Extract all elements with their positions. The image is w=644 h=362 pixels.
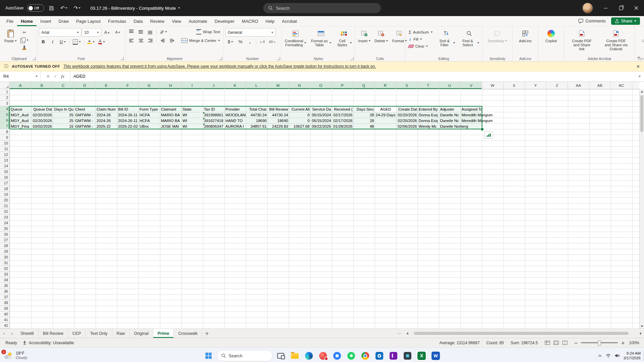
row-header-6[interactable]: 6 [0,118,9,123]
addins-button[interactable]: Add-ins [518,28,533,44]
delete-cells-button[interactable]: Delete [373,28,390,44]
quick-analysis-button[interactable] [484,131,493,139]
cell-B5[interactable]: 02/20/2026 [32,112,53,118]
column-header-O[interactable]: O [310,82,332,89]
row-header-22[interactable]: 22 [0,209,9,215]
column-header-K[interactable]: K [224,82,246,89]
ribbon-tab-file[interactable]: File [3,16,17,26]
row-header-24[interactable]: 24 [0,220,9,226]
column-header-T[interactable]: T [418,82,439,89]
new-sheet-button[interactable]: + [202,329,212,338]
borders-button[interactable] [71,38,82,45]
row-header-11[interactable]: 11 [0,146,9,152]
cell-D5[interactable]: GMTWM - [74,112,96,118]
cell-B7[interactable]: 03/02/2026 [32,124,53,129]
cell-E4[interactable]: Claim Num [96,107,117,112]
cell-K5[interactable]: WOODLAND [225,112,246,118]
align-top-button[interactable] [127,28,136,35]
zoom-in-button[interactable]: + [621,340,625,346]
column-header-F[interactable]: F [117,82,139,89]
cell-L7[interactable]: 34857.51 [246,124,267,129]
cell-V4[interactable]: Assigned To [461,107,483,112]
insert-cells-button[interactable]: Insert [357,28,372,44]
cell-G5[interactable]: HCFA [139,112,160,118]
cell-F6[interactable]: 2024-26-11 [117,118,139,123]
cell-F4[interactable]: Bill ID [117,107,139,112]
alignment-dialog-launcher[interactable] [219,57,222,60]
cell-T6[interactable]: Donna Esq [418,118,439,123]
comments-button[interactable]: Comments [576,18,607,24]
cell-T5[interactable]: Donna Esq [418,112,439,118]
cell-K7[interactable]: AURORA I [225,124,246,129]
cell-O4[interactable]: Service Da [311,107,332,112]
row-header-12[interactable]: 12 [0,152,9,158]
cell-I5[interactable]: WI [182,112,203,118]
row-header-41[interactable]: 41 [0,317,9,323]
cell-C6[interactable]: 25 [53,118,74,123]
sheet-tab-prime[interactable]: Prime [153,329,174,338]
cell-G7[interactable]: UBxx [139,124,160,129]
sheet-tab-bill-review[interactable]: Bill Review [39,329,68,338]
ribbon-tab-insert[interactable]: Insert [37,16,55,26]
number-dialog-launcher[interactable] [277,57,280,60]
cell-B6[interactable]: 02/20/2026 [32,118,53,123]
cell-P7[interactable]: 01/28/2026 [332,124,353,129]
cell-O6[interactable]: 05/15/2024 [311,118,332,123]
cells-area[interactable]: QueueQueue DatDays In QuClientClaim NumB… [10,89,639,328]
row-header-23[interactable]: 23 [0,215,9,220]
spreadsheet-sync-button[interactable]: qb Spreadsheet Sync [639,28,644,48]
sheet-tab-text-only[interactable]: Text Only [86,329,112,338]
taskbar-app-whatsapp[interactable] [345,350,357,362]
page-layout-view-button[interactable] [553,341,559,345]
cell-C4[interactable]: Days In Qu [53,107,74,112]
start-button[interactable] [203,350,215,362]
cell-J7[interactable]: 390806347 [203,124,224,129]
normal-view-button[interactable] [545,341,550,345]
cell-R5[interactable]: 24-29 Days [375,112,396,118]
row-header-31[interactable]: 31 [0,260,9,266]
cell-H6[interactable]: MARIO BA [160,118,181,123]
cell-H4[interactable]: Claimant [160,107,181,112]
row-header-34[interactable]: 34 [0,277,9,283]
column-header-W[interactable]: W [482,82,503,89]
autosave-toggle[interactable]: Off [27,4,44,12]
sensitivity-button[interactable]: Sensitivity [486,28,509,44]
collapse-ribbon-button[interactable] [637,55,641,60]
row-header-2[interactable]: 2 [0,95,9,101]
document-title[interactable]: 03.17.26 - BillInventory - Compatibility… [90,6,180,11]
save-button[interactable] [48,5,55,11]
enter-icon[interactable]: ✓ [54,74,57,79]
column-header-X[interactable]: X [503,82,525,89]
number-format-select[interactable]: General [225,28,276,37]
scroll-right-button[interactable] [638,332,643,335]
horizontal-scroll-thumb[interactable] [414,332,629,335]
minimize-button[interactable] [598,0,613,16]
row-header-14[interactable]: 14 [0,163,9,169]
volume-icon[interactable] [615,354,620,358]
ribbon-tab-developer[interactable]: Developer [211,16,238,26]
cell-C5[interactable]: 25 [53,112,74,118]
cell-R4[interactable]: AGED [375,107,396,112]
ribbon-tab-help[interactable]: Help [262,16,278,26]
cell-N4[interactable]: Current All [289,107,310,112]
cell-P6[interactable]: 02/17/2026 [332,118,353,123]
copilot-button[interactable]: Copilot [544,28,558,44]
cell-J6[interactable]: 391627418 [203,118,224,123]
cell-Q4[interactable]: Days Sinc [354,107,375,112]
row-header-5[interactable]: 5 [0,112,9,118]
increase-font-size-button[interactable]: A [102,29,112,36]
column-header-H[interactable]: H [160,82,181,89]
row-header-7[interactable]: 7 [0,123,9,129]
cell-L4[interactable]: Total Char [246,107,267,112]
format-as-table-button[interactable]: Format as Table [309,28,333,48]
accounting-format-button[interactable]: $ [225,38,235,45]
column-header-J[interactable]: J [203,82,224,89]
cell-U4[interactable]: Adjuster [439,107,461,112]
styles-dialog-launcher[interactable] [351,57,354,60]
find-select-button[interactable]: Find & Select [458,28,481,48]
row-header-28[interactable]: 28 [0,243,9,249]
column-header-P[interactable]: P [332,82,353,89]
cell-T7[interactable]: Wendy Mc [418,124,439,129]
cell-V6[interactable]: Meredith Mangum [461,118,493,123]
increase-indent-button[interactable] [168,37,176,44]
